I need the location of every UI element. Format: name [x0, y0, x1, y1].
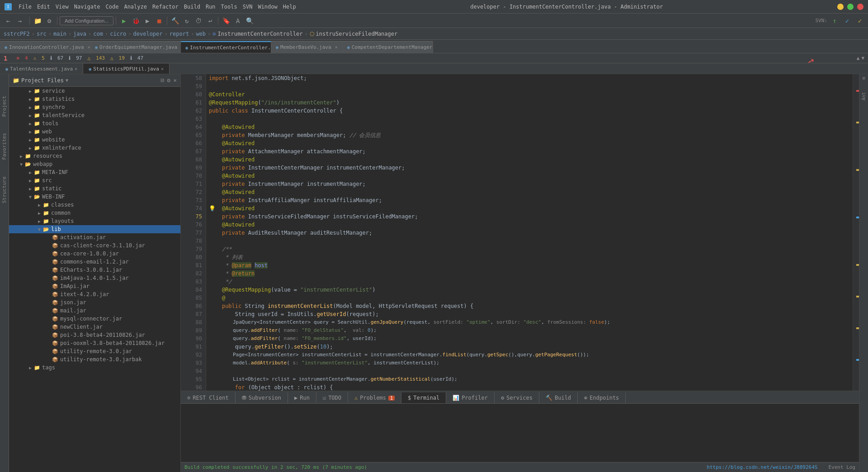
- maximize-button[interactable]: □: [847, 4, 854, 10]
- bottom-tab-terminal[interactable]: $ Terminal: [401, 392, 446, 403]
- tab-member[interactable]: ◉ MemberBaseVo.java ×: [271, 41, 343, 53]
- maven-tab[interactable]: m: [861, 77, 866, 80]
- menu-edit[interactable]: Edit: [37, 4, 50, 10]
- menu-navigate[interactable]: Navigate: [74, 4, 100, 10]
- build-button[interactable]: 🔨: [170, 15, 180, 26]
- bottom-tab-build[interactable]: 🔨 Build: [539, 392, 578, 403]
- menu-tools[interactable]: Tools: [221, 4, 237, 10]
- tree-item-cas[interactable]: ▶ 📦 cas-client-core-3.1.10.jar: [9, 241, 180, 250]
- structure-button[interactable]: ⚙: [44, 15, 55, 26]
- tab-order[interactable]: ◉ OrderEquipmentManager.java ×: [90, 41, 181, 53]
- forward-button[interactable]: →: [14, 15, 25, 26]
- tree-item-static[interactable]: ▶ 📁 static: [9, 184, 180, 193]
- bottom-tab-svn[interactable]: ⛃ Subversion: [236, 392, 288, 403]
- menu-run[interactable]: Run: [206, 4, 216, 10]
- tree-item-utilitybak[interactable]: ▶ 📦 utility-remote-3.0.jarbak: [9, 355, 180, 363]
- nav-up-icon[interactable]: ▲: [857, 55, 860, 61]
- bottom-tab-rest[interactable]: ⊙ REST Client: [181, 392, 236, 403]
- tree-item-classes[interactable]: ▶ 📁 classes: [9, 201, 180, 209]
- run-button[interactable]: ▶: [118, 15, 129, 26]
- tree-item-poi[interactable]: ▶ 📦 poi-3.8-beta4-20110826.jar: [9, 331, 180, 339]
- tree-item-webapp[interactable]: ▼ 📂 webapp: [9, 160, 180, 168]
- menu-file[interactable]: File: [19, 4, 32, 10]
- run-config-button[interactable]: ▶: [142, 15, 153, 26]
- tree-item-utility[interactable]: ▶ 📦 utility-remote-3.0.jar: [9, 347, 180, 355]
- menu-svn[interactable]: SVN: [243, 4, 253, 10]
- tree-item-json[interactable]: ▶ 📦 json.jar: [9, 298, 180, 307]
- code-area[interactable]: 58 59 60 61 62 63 64 65 66 67 68 69 70 7…: [181, 74, 859, 391]
- search-button[interactable]: 🔍: [244, 15, 255, 26]
- tree-collapse-icon[interactable]: ⊟: [161, 77, 165, 84]
- breadcrumb-controller[interactable]: ⊙ InstrumentCenterController: [212, 31, 302, 37]
- breadcrumb-com[interactable]: com: [93, 31, 103, 37]
- tree-item-imapi[interactable]: ▶ 📦 ImApi.jar: [9, 282, 180, 290]
- vertical-tab-favorites[interactable]: Favorites: [0, 129, 8, 164]
- tree-item-talent[interactable]: ▶ 📁 talentService: [9, 111, 180, 119]
- sec-tab-talent[interactable]: ◉ TalentAssessment.java ×: [0, 64, 83, 74]
- menu-analyze[interactable]: Analyze: [124, 4, 147, 10]
- tree-item-website[interactable]: ▶ 📁 website: [9, 136, 180, 144]
- tree-item-im4java[interactable]: ▶ 📦 im4java-1.4.0-1.5.jar: [9, 274, 180, 282]
- tree-item-statistics[interactable]: ▶ 📁 statistics: [9, 95, 180, 103]
- tree-close-icon[interactable]: ×: [173, 77, 177, 84]
- bottom-tab-todo[interactable]: ☑ TODO: [316, 392, 348, 403]
- breadcrumb-file[interactable]: ⬡ instruServiceFiledManager: [310, 31, 398, 37]
- breadcrumb-web[interactable]: web: [196, 31, 206, 37]
- tree-item-poi-ooxml[interactable]: ▶ 📦 poi-ooxml-3.8-beta4-20110826.jar: [9, 339, 180, 347]
- tree-item-newclient[interactable]: ▶ 📦 newClient.jar: [9, 323, 180, 331]
- svn-update-button[interactable]: ↑: [829, 15, 840, 26]
- breadcrumb-developer[interactable]: developer: [133, 31, 163, 37]
- tree-item-commons[interactable]: ▶ 📦 commons-email-1.2.jar: [9, 258, 180, 266]
- tree-item-meta[interactable]: ▶ 📁 META-INF: [9, 168, 180, 176]
- add-configuration-button[interactable]: Add Configuration...: [60, 16, 113, 25]
- tree-item-mail[interactable]: ▶ 📦 mail.jar: [9, 307, 180, 315]
- tab-close-button[interactable]: ×: [88, 45, 90, 50]
- tree-item-cea[interactable]: ▶ 📦 cea-core-1.0.0.jar: [9, 250, 180, 258]
- tree-item-src[interactable]: ▶ 📁 src: [9, 176, 180, 184]
- csdn-link[interactable]: https://blog.csdn.net/weixin/J889264S: [707, 464, 817, 470]
- minimize-button[interactable]: −: [837, 4, 844, 10]
- history-button[interactable]: ⏱: [193, 15, 204, 26]
- reload-button[interactable]: ↻: [181, 15, 192, 26]
- tree-item-common[interactable]: ▶ 📁 common: [9, 209, 180, 217]
- tree-item-layouts[interactable]: ▶ 📁 layouts: [9, 217, 180, 225]
- dropdown-icon[interactable]: ▼: [66, 78, 68, 83]
- tab-instrument[interactable]: ◉ InstrumentCenterController.java ×: [181, 41, 271, 53]
- stop-button[interactable]: ■: [154, 15, 165, 26]
- breadcrumb-java[interactable]: java: [73, 31, 86, 37]
- vertical-tab-project[interactable]: Project: [0, 92, 8, 120]
- undo-button[interactable]: ↩: [205, 15, 216, 26]
- tree-item-synchro[interactable]: ▶ 📁 synchro: [9, 103, 180, 111]
- svn-commit-button[interactable]: ✓: [854, 15, 865, 26]
- menu-refactor[interactable]: Refactor: [152, 4, 179, 10]
- bookmark-button[interactable]: 🔖: [221, 15, 231, 26]
- bottom-tab-run[interactable]: ▶ Run: [288, 392, 316, 403]
- tree-item-mysql[interactable]: ▶ 📦 mysql-connector.jar: [9, 315, 180, 323]
- tree-item-itext[interactable]: ▶ 📦 itext-4.2.0.jar: [9, 290, 180, 298]
- tree-item-tags[interactable]: ▶ 📁 tags: [9, 363, 180, 372]
- sec-tab-close[interactable]: ×: [75, 66, 77, 71]
- tree-item-web[interactable]: ▶ 📁 web: [9, 127, 180, 136]
- bottom-tab-profiler[interactable]: 📊 Profiler: [446, 392, 495, 403]
- back-button[interactable]: ←: [3, 15, 14, 26]
- translate-button[interactable]: A: [232, 15, 243, 26]
- tree-item-activation[interactable]: ▶ 📦 activation.jar: [9, 233, 180, 241]
- menu-code[interactable]: Code: [106, 4, 119, 10]
- breadcrumb-src[interactable]: src: [37, 31, 47, 37]
- nav-down-icon[interactable]: ▼: [861, 55, 864, 61]
- bottom-tab-services[interactable]: ⚙ Services: [495, 392, 539, 403]
- menu-window[interactable]: Window: [258, 4, 277, 10]
- tree-item-webinf[interactable]: ▼ 📂 WEB-INF: [9, 193, 180, 201]
- tree-item-service[interactable]: ▶ 📁 service: [9, 87, 180, 95]
- breadcrumb-main[interactable]: main: [53, 31, 66, 37]
- tree-item-lib[interactable]: ▼ 📂 lib: [9, 225, 180, 233]
- vertical-tab-structure[interactable]: Structure: [0, 173, 8, 207]
- bottom-tab-problems[interactable]: ⚠ Problems 1: [348, 392, 401, 403]
- menu-help[interactable]: Help: [283, 4, 296, 10]
- ant-tab[interactable]: Ant: [861, 92, 866, 100]
- tab-competent[interactable]: ◉ CompetentDepartementManager.java ×: [343, 41, 433, 53]
- tab-innovation[interactable]: ◉ InnovationController.java ×: [0, 41, 90, 53]
- tab-close-button[interactable]: ×: [335, 45, 338, 50]
- project-toggle-button[interactable]: 📁: [32, 15, 43, 26]
- code-content[interactable]: import net.sf.json.JSONObject; @Controll…: [206, 74, 853, 391]
